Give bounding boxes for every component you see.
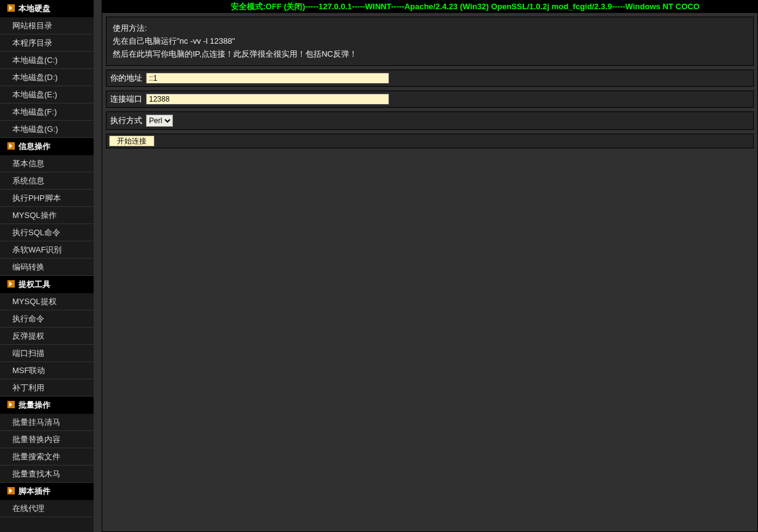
address-input[interactable] bbox=[146, 73, 389, 84]
sidebar-item[interactable]: 批量挂马清马 bbox=[0, 414, 94, 431]
instructions-box: 使用方法: 先在自己电脑运行"nc -vv -l 12388" 然后在此填写你电… bbox=[106, 17, 754, 66]
sidebar-item[interactable]: 编码转换 bbox=[0, 259, 94, 276]
sidebar-item-label: MSF联动 bbox=[12, 366, 45, 375]
status-text: 安全模式:OFF (关闭)-----127.0.0.1-----WINNT---… bbox=[231, 2, 700, 11]
sidebar-item-label: 执行命令 bbox=[12, 314, 44, 323]
sidebar-group-title: 本地硬盘 bbox=[18, 4, 50, 13]
sidebar-item-label: 批量替换内容 bbox=[12, 435, 60, 444]
submit-row: 开始连接 bbox=[106, 134, 754, 148]
arrow-icon bbox=[7, 142, 15, 150]
sidebar-item-label: 端口扫描 bbox=[12, 349, 44, 358]
sidebar-scrollbar[interactable] bbox=[94, 0, 102, 532]
sidebar-item-label: 补丁利用 bbox=[12, 383, 44, 392]
sidebar-item-label: 杀软WAF识别 bbox=[12, 245, 62, 254]
sidebar-item-label: 批量挂马清马 bbox=[12, 417, 60, 427]
instructions-line-2: 先在自己电脑运行"nc -vv -l 12388" bbox=[113, 35, 747, 48]
sidebar-item[interactable]: MSF联动 bbox=[0, 362, 94, 379]
sidebar-item-label: 批量查找木马 bbox=[12, 469, 60, 478]
sidebar-item[interactable]: 系统信息 bbox=[0, 172, 94, 190]
arrow-icon bbox=[7, 487, 15, 494]
sidebar-group-title: 脚本插件 bbox=[18, 486, 50, 496]
sidebar-item[interactable]: 本程序目录 bbox=[0, 34, 94, 52]
instructions-line-3: 然后在此填写你电脑的IP,点连接！此反弹很全很实用！包括NC反弹！ bbox=[113, 48, 747, 61]
sidebar-item[interactable]: MYSQL提权 bbox=[0, 293, 94, 310]
sidebar-group-title: 信息操作 bbox=[18, 142, 50, 151]
sidebar: 本地硬盘网站根目录本程序目录本地磁盘(C:)本地磁盘(D:)本地磁盘(E:)本地… bbox=[0, 0, 94, 532]
instructions-line-1: 使用方法: bbox=[113, 22, 747, 35]
sidebar-item[interactable]: 批量替换内容 bbox=[0, 431, 94, 448]
sidebar-item-label: 本程序目录 bbox=[12, 38, 52, 47]
sidebar-item-label: 本地磁盘(C:) bbox=[12, 55, 58, 65]
sidebar-item-label: 执行SQL命令 bbox=[12, 228, 60, 237]
sidebar-item[interactable]: 反弹提权 bbox=[0, 328, 94, 345]
sidebar-item[interactable]: 批量搜索文件 bbox=[0, 448, 94, 465]
sidebar-item-label: 编码转换 bbox=[12, 262, 44, 272]
port-input[interactable] bbox=[146, 94, 389, 105]
arrow-icon bbox=[7, 280, 15, 288]
main-panel: 使用方法: 先在自己电脑运行"nc -vv -l 12388" 然后在此填写你电… bbox=[102, 12, 758, 532]
arrow-icon bbox=[7, 4, 15, 12]
sidebar-item-label: 批量搜索文件 bbox=[12, 452, 60, 461]
sidebar-group-header[interactable]: 批量操作 bbox=[0, 397, 94, 414]
sidebar-group-header[interactable]: 提权工具 bbox=[0, 276, 94, 293]
sidebar-item-label: 本地磁盘(G:) bbox=[12, 124, 58, 134]
method-label: 执行方式 bbox=[110, 115, 142, 126]
sidebar-item[interactable]: 杀软WAF识别 bbox=[0, 241, 94, 259]
sidebar-item-label: 基本信息 bbox=[12, 159, 44, 168]
sidebar-item[interactable]: 执行SQL命令 bbox=[0, 224, 94, 241]
sidebar-item[interactable]: 本地磁盘(F:) bbox=[0, 103, 94, 121]
sidebar-group-header[interactable]: 信息操作 bbox=[0, 138, 94, 155]
sidebar-item[interactable]: 本地磁盘(G:) bbox=[0, 121, 94, 138]
sidebar-item[interactable]: 网站根目录 bbox=[0, 17, 94, 34]
sidebar-item-label: 系统信息 bbox=[12, 176, 44, 185]
sidebar-item[interactable]: 批量查找木马 bbox=[0, 465, 94, 483]
sidebar-item-label: MYSQL提权 bbox=[12, 297, 57, 306]
top-status-bar: 安全模式:OFF (关闭)-----127.0.0.1-----WINNT---… bbox=[102, 0, 758, 12]
sidebar-item-label: 本地磁盘(E:) bbox=[12, 90, 57, 99]
sidebar-group-header[interactable]: 本地硬盘 bbox=[0, 0, 94, 17]
sidebar-item[interactable]: 在线代理 bbox=[0, 500, 94, 517]
address-label: 你的地址 bbox=[110, 73, 142, 84]
sidebar-group-title: 批量操作 bbox=[18, 400, 50, 409]
sidebar-group-title: 提权工具 bbox=[18, 280, 50, 289]
sidebar-item-label: MYSQL操作 bbox=[12, 211, 57, 220]
address-row: 你的地址 bbox=[106, 70, 754, 87]
sidebar-item[interactable]: 本地磁盘(E:) bbox=[0, 86, 94, 103]
sidebar-item-label: 在线代理 bbox=[12, 504, 44, 513]
port-label: 连接端口 bbox=[110, 94, 142, 105]
sidebar-item[interactable]: 执行命令 bbox=[0, 310, 94, 328]
sidebar-item[interactable]: 补丁利用 bbox=[0, 379, 94, 397]
connect-button[interactable]: 开始连接 bbox=[109, 135, 155, 147]
sidebar-item-label: 网站根目录 bbox=[12, 21, 52, 30]
sidebar-item-label: 执行PHP脚本 bbox=[12, 193, 61, 203]
sidebar-item-label: 本地磁盘(D:) bbox=[12, 73, 58, 82]
method-row: 执行方式 Perl bbox=[106, 111, 754, 130]
sidebar-item[interactable]: 执行PHP脚本 bbox=[0, 190, 94, 207]
sidebar-item[interactable]: 端口扫描 bbox=[0, 345, 94, 362]
sidebar-item-label: 反弹提权 bbox=[12, 331, 44, 341]
sidebar-item[interactable]: 本地磁盘(C:) bbox=[0, 52, 94, 69]
port-row: 连接端口 bbox=[106, 91, 754, 108]
method-select[interactable]: Perl bbox=[146, 115, 173, 127]
sidebar-item-label: 本地磁盘(F:) bbox=[12, 107, 57, 116]
sidebar-group-header[interactable]: 脚本插件 bbox=[0, 483, 94, 500]
sidebar-item[interactable]: 基本信息 bbox=[0, 155, 94, 172]
arrow-icon bbox=[7, 401, 15, 408]
sidebar-item[interactable]: 本地磁盘(D:) bbox=[0, 69, 94, 86]
sidebar-item[interactable]: MYSQL操作 bbox=[0, 207, 94, 224]
